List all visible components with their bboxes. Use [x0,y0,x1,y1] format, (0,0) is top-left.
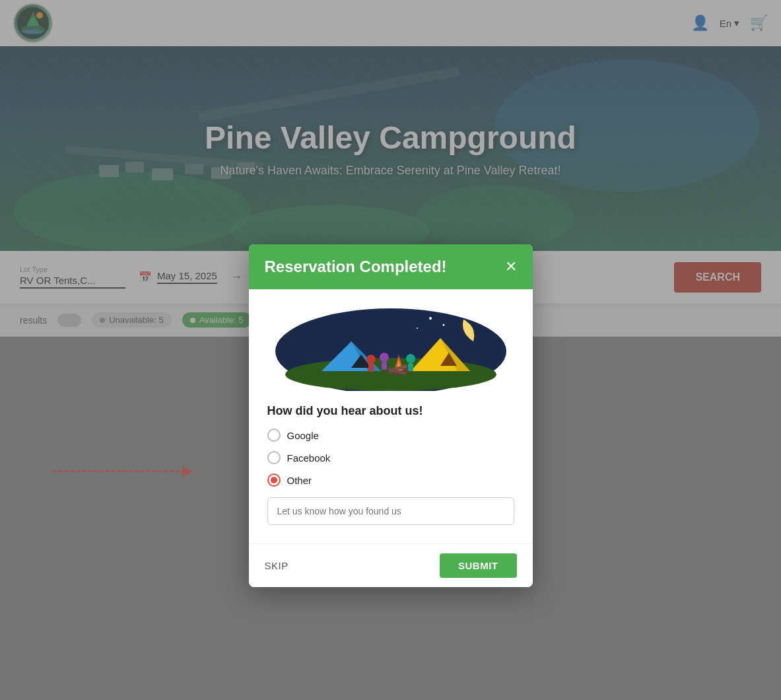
radio-label-google: Google [287,430,319,441]
modal-title: Reservation Completed! [265,258,447,276]
radio-label-facebook: Facebook [287,452,331,464]
radio-other[interactable]: Other [267,473,514,487]
svg-rect-39 [408,363,413,371]
svg-point-22 [475,316,477,318]
svg-point-36 [380,353,389,362]
svg-point-21 [417,328,418,329]
submit-button[interactable]: SUBMIT [440,553,517,578]
modal-header: Reservation Completed! ✕ [249,244,533,289]
radio-inner-other [271,477,277,483]
radio-circle-facebook [267,451,281,464]
radio-circle-google [267,429,281,442]
svg-point-20 [442,324,444,326]
modal-body: How did you hear about us! Google Facebo… [249,289,533,543]
radio-circle-other [267,473,281,487]
svg-rect-37 [382,362,387,370]
modal-illustration [267,305,514,391]
svg-point-38 [406,354,415,363]
radio-google[interactable]: Google [267,429,514,442]
modal-close-button[interactable]: ✕ [505,260,517,274]
skip-button[interactable]: SKIP [265,560,289,571]
svg-point-19 [429,317,432,320]
svg-point-34 [366,355,376,364]
modal-question: How did you hear about us! [267,404,514,418]
svg-point-23 [285,358,496,391]
modal-footer: SKIP SUBMIT [249,543,533,587]
radio-facebook[interactable]: Facebook [267,451,514,464]
reservation-modal: Reservation Completed! ✕ [249,244,533,587]
svg-rect-35 [368,364,374,372]
radio-group: Google Facebook Other [267,429,514,487]
other-input[interactable] [267,497,514,525]
radio-label-other: Other [287,475,312,486]
